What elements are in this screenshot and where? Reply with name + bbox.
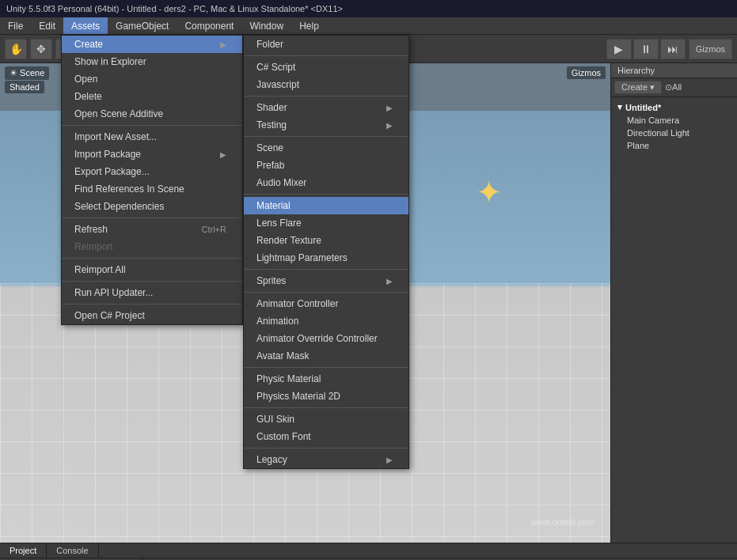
scene-shaded-label: Shaded	[5, 81, 44, 93]
hierarchy-all-btn[interactable]: ⊙All	[665, 82, 682, 93]
sub-sep8	[244, 407, 408, 408]
submenu-audio-mixer[interactable]: Audio Mixer	[244, 174, 408, 191]
title-bar: Unity 5.5.0f3 Personal (64bit) - Untitle…	[0, 0, 737, 17]
assets-dropdown-menu: Create ▶ Show in Explorer Open Delete Op…	[61, 35, 243, 325]
sep3	[62, 258, 242, 259]
sub-sep2	[244, 96, 408, 96]
sub-sep3	[244, 136, 408, 137]
menu-open[interactable]: Open	[62, 70, 242, 88]
sep4	[62, 281, 242, 282]
sub-sep1	[244, 55, 408, 56]
title-text: Unity 5.5.0f3 Personal (64bit) - Untitle…	[6, 4, 343, 13]
submenu-lightmap-parameters[interactable]: Lightmap Parameters	[244, 249, 408, 267]
sub-sep5	[244, 269, 408, 270]
menu-export-package[interactable]: Export Package...	[62, 163, 242, 180]
submenu-testing[interactable]: Testing ▶	[244, 116, 408, 134]
menu-file[interactable]: File	[0, 17, 31, 34]
submenu-legacy[interactable]: Legacy ▶	[244, 451, 408, 468]
menu-delete[interactable]: Delete	[62, 88, 242, 105]
gizmos-label: Gizmos	[567, 66, 606, 79]
menu-import-package[interactable]: Import Package ▶	[62, 146, 242, 163]
create-submenu: Folder C# Script Javascript Shader ▶ Tes…	[243, 35, 409, 469]
submenu-csharp-script[interactable]: C# Script	[244, 59, 408, 76]
hierarchy-main-camera[interactable]: Main Camera	[611, 114, 737, 127]
submenu-prefab[interactable]: Prefab	[244, 157, 408, 174]
menu-help[interactable]: Help	[291, 17, 327, 34]
hierarchy-panel: Hierarchy Create ▾ ⊙All ▾ Untitled* Main…	[610, 63, 737, 543]
hierarchy-plane[interactable]: Plane	[611, 139, 737, 152]
sub-sep4	[244, 194, 408, 195]
hierarchy-directional-light[interactable]: Directional Light	[611, 127, 737, 139]
submenu-material[interactable]: Material	[244, 197, 408, 214]
hierarchy-items: ▾ Untitled* Main Camera Directional Ligh…	[611, 97, 737, 543]
sun-icon: ✦	[476, 174, 515, 214]
menu-reimport-all[interactable]: Reimport All	[62, 261, 242, 278]
hierarchy-untitled[interactable]: ▾ Untitled*	[611, 100, 737, 114]
sub-sep6	[244, 292, 408, 293]
gizmos-button[interactable]: Gizmos	[689, 39, 732, 59]
submenu-lens-flare[interactable]: Lens Flare	[244, 214, 408, 232]
submenu-scene[interactable]: Scene	[244, 139, 408, 157]
hierarchy-tab: Hierarchy	[611, 63, 737, 78]
menu-run-api-updater[interactable]: Run API Updater...	[62, 284, 242, 301]
hand-tool-btn[interactable]: ✋	[5, 39, 27, 59]
menu-open-csharp[interactable]: Open C# Project	[62, 307, 242, 324]
menu-refresh[interactable]: Refresh Ctrl+R	[62, 221, 242, 238]
play-controls: ▶ ⏸ ⏭	[606, 39, 686, 59]
submenu-animator-controller[interactable]: Animator Controller	[244, 295, 408, 312]
sub-sep7	[244, 367, 408, 368]
menu-import-new-asset[interactable]: Import New Asset...	[62, 128, 242, 146]
bottom-tabs: Project Console	[0, 543, 737, 558]
sep2	[62, 218, 242, 218]
submenu-avatar-mask[interactable]: Avatar Mask	[244, 347, 408, 365]
menu-edit[interactable]: Edit	[31, 17, 63, 34]
menu-open-scene-additive[interactable]: Open Scene Additive	[62, 105, 242, 123]
tab-console[interactable]: Console	[47, 543, 98, 558]
menu-bar: File Edit Assets GameObject Component Wi…	[0, 17, 737, 35]
menu-gameobject[interactable]: GameObject	[108, 17, 177, 34]
bottom-panel: Project Console Create ▾ ★ Favorites All…	[0, 543, 737, 560]
hierarchy-create-btn[interactable]: Create ▾	[614, 81, 662, 94]
submenu-animation[interactable]: Animation	[244, 312, 408, 330]
submenu-javascript[interactable]: Javascript	[244, 76, 408, 93]
move-tool-btn[interactable]: ✥	[30, 39, 52, 59]
pause-button[interactable]: ⏸	[633, 39, 659, 59]
play-button[interactable]: ▶	[606, 39, 632, 59]
submenu-physics-material-2d[interactable]: Physics Material 2D	[244, 388, 408, 405]
scene-label: ☀ Scene	[5, 66, 49, 80]
menu-show-in-explorer[interactable]: Show in Explorer	[62, 53, 242, 70]
submenu-physic-material[interactable]: Physic Material	[244, 370, 408, 388]
submenu-folder[interactable]: Folder	[244, 36, 408, 53]
submenu-render-texture[interactable]: Render Texture	[244, 232, 408, 249]
submenu-custom-font[interactable]: Custom Font	[244, 428, 408, 445]
menu-find-references[interactable]: Find References In Scene	[62, 180, 242, 198]
submenu-shader[interactable]: Shader ▶	[244, 99, 408, 116]
hierarchy-tab-label: Hierarchy	[617, 66, 655, 75]
sub-sep9	[244, 448, 408, 448]
sep5	[62, 304, 242, 305]
hierarchy-toolbar: Create ▾ ⊙All	[611, 78, 737, 97]
submenu-sprites[interactable]: Sprites ▶	[244, 272, 408, 289]
menu-select-dependencies[interactable]: Select Dependencies	[62, 198, 242, 215]
menu-reimport: Reimport	[62, 238, 242, 255]
menu-component[interactable]: Component	[177, 17, 241, 34]
submenu-gui-skin[interactable]: GUI Skin	[244, 411, 408, 428]
watermark: www.ontedi.com	[531, 517, 595, 527]
submenu-animator-override[interactable]: Animator Override Controller	[244, 330, 408, 347]
step-button[interactable]: ⏭	[660, 39, 686, 59]
sep1	[62, 125, 242, 126]
menu-assets[interactable]: Assets	[63, 17, 108, 34]
menu-create[interactable]: Create ▶	[62, 36, 242, 53]
menu-window[interactable]: Window	[241, 17, 291, 34]
tab-project[interactable]: Project	[0, 543, 47, 558]
